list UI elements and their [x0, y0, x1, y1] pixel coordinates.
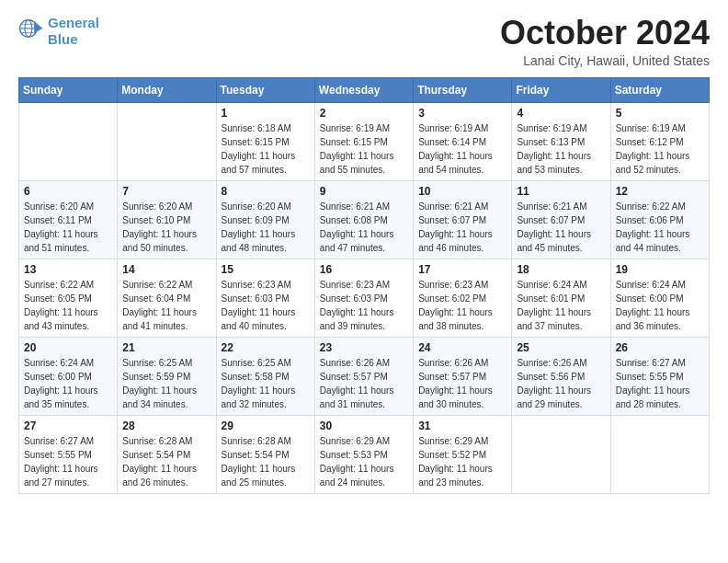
- day-number: 11: [517, 185, 605, 198]
- weekday-row: SundayMondayTuesdayWednesdayThursdayFrid…: [19, 77, 710, 102]
- day-number: 14: [122, 263, 210, 276]
- day-detail: Sunrise: 6:24 AMSunset: 6:00 PMDaylight:…: [616, 278, 704, 333]
- day-number: 23: [320, 341, 408, 354]
- day-detail: Sunrise: 6:27 AMSunset: 5:55 PMDaylight:…: [24, 434, 112, 489]
- calendar-cell: 30Sunrise: 6:29 AMSunset: 5:53 PMDayligh…: [314, 415, 413, 493]
- calendar-cell: 18Sunrise: 6:24 AMSunset: 6:01 PMDayligh…: [512, 259, 610, 337]
- logo-icon: [18, 18, 44, 44]
- day-number: 17: [418, 263, 506, 276]
- day-detail: Sunrise: 6:22 AMSunset: 6:06 PMDaylight:…: [616, 200, 704, 255]
- day-detail: Sunrise: 6:21 AMSunset: 6:07 PMDaylight:…: [418, 200, 506, 255]
- day-detail: Sunrise: 6:19 AMSunset: 6:15 PMDaylight:…: [320, 121, 408, 177]
- day-number: 29: [222, 419, 310, 432]
- day-number: 13: [24, 263, 112, 276]
- calendar-cell: 6Sunrise: 6:20 AMSunset: 6:11 PMDaylight…: [19, 180, 118, 259]
- weekday-header-sunday: Sunday: [19, 77, 118, 102]
- day-number: 28: [122, 419, 210, 432]
- calendar-cell: 28Sunrise: 6:28 AMSunset: 5:54 PMDayligh…: [118, 415, 216, 493]
- calendar-cell: 21Sunrise: 6:25 AMSunset: 5:59 PMDayligh…: [118, 337, 216, 415]
- calendar-cell: 23Sunrise: 6:26 AMSunset: 5:57 PMDayligh…: [314, 337, 413, 415]
- calendar-cell: 15Sunrise: 6:23 AMSunset: 6:03 PMDayligh…: [216, 259, 314, 337]
- page: General Blue October 2024 Lanai City, Ha…: [0, 0, 728, 563]
- location-subtitle: Lanai City, Hawaii, United States: [500, 53, 710, 68]
- calendar-cell: 26Sunrise: 6:27 AMSunset: 5:55 PMDayligh…: [610, 337, 709, 415]
- day-number: 1: [222, 107, 310, 120]
- day-detail: Sunrise: 6:22 AMSunset: 6:04 PMDaylight:…: [122, 278, 210, 333]
- day-detail: Sunrise: 6:19 AMSunset: 6:14 PMDaylight:…: [418, 121, 506, 177]
- day-number: 21: [122, 341, 210, 354]
- calendar-cell: 14Sunrise: 6:22 AMSunset: 6:04 PMDayligh…: [118, 259, 216, 337]
- calendar-cell: 2Sunrise: 6:19 AMSunset: 6:15 PMDaylight…: [314, 102, 413, 180]
- calendar-week-1: 1Sunrise: 6:18 AMSunset: 6:15 PMDaylight…: [19, 102, 710, 180]
- calendar-header: SundayMondayTuesdayWednesdayThursdayFrid…: [19, 77, 710, 102]
- day-detail: Sunrise: 6:23 AMSunset: 6:03 PMDaylight:…: [320, 278, 408, 333]
- day-number: 27: [24, 419, 112, 432]
- day-number: 12: [616, 185, 704, 198]
- calendar-cell: 24Sunrise: 6:26 AMSunset: 5:57 PMDayligh…: [414, 337, 512, 415]
- day-number: 8: [222, 185, 310, 198]
- calendar-cell: 10Sunrise: 6:21 AMSunset: 6:07 PMDayligh…: [414, 180, 512, 259]
- weekday-header-wednesday: Wednesday: [314, 77, 413, 102]
- day-detail: Sunrise: 6:26 AMSunset: 5:57 PMDaylight:…: [418, 356, 506, 411]
- logo-line2: Blue: [48, 31, 78, 47]
- day-number: 19: [616, 263, 704, 276]
- day-detail: Sunrise: 6:25 AMSunset: 5:58 PMDaylight:…: [222, 356, 310, 411]
- day-detail: Sunrise: 6:27 AMSunset: 5:55 PMDaylight:…: [616, 356, 704, 411]
- calendar-cell: 8Sunrise: 6:20 AMSunset: 6:09 PMDaylight…: [216, 180, 314, 259]
- day-detail: Sunrise: 6:29 AMSunset: 5:52 PMDaylight:…: [418, 434, 506, 489]
- day-number: 24: [418, 341, 506, 354]
- calendar-cell: 3Sunrise: 6:19 AMSunset: 6:14 PMDaylight…: [414, 102, 512, 180]
- day-detail: Sunrise: 6:18 AMSunset: 6:15 PMDaylight:…: [222, 121, 310, 177]
- calendar-week-3: 13Sunrise: 6:22 AMSunset: 6:05 PMDayligh…: [19, 259, 710, 337]
- logo-text: General Blue: [48, 15, 99, 48]
- calendar-cell: 11Sunrise: 6:21 AMSunset: 6:07 PMDayligh…: [512, 180, 610, 259]
- calendar-cell: 7Sunrise: 6:20 AMSunset: 6:10 PMDaylight…: [118, 180, 216, 259]
- day-detail: Sunrise: 6:24 AMSunset: 6:00 PMDaylight:…: [24, 356, 112, 411]
- day-detail: Sunrise: 6:24 AMSunset: 6:01 PMDaylight:…: [517, 278, 605, 333]
- day-detail: Sunrise: 6:20 AMSunset: 6:11 PMDaylight:…: [24, 200, 112, 255]
- day-number: 16: [320, 263, 408, 276]
- calendar-week-5: 27Sunrise: 6:27 AMSunset: 5:55 PMDayligh…: [19, 415, 710, 493]
- calendar-cell: 27Sunrise: 6:27 AMSunset: 5:55 PMDayligh…: [19, 415, 118, 493]
- day-number: 9: [320, 185, 408, 198]
- calendar-table: SundayMondayTuesdayWednesdayThursdayFrid…: [18, 77, 710, 494]
- day-detail: Sunrise: 6:28 AMSunset: 5:54 PMDaylight:…: [222, 434, 310, 489]
- day-number: 10: [418, 185, 506, 198]
- weekday-header-monday: Monday: [118, 77, 216, 102]
- calendar-cell: [19, 102, 118, 180]
- calendar-cell: 12Sunrise: 6:22 AMSunset: 6:06 PMDayligh…: [610, 180, 709, 259]
- calendar-cell: 9Sunrise: 6:21 AMSunset: 6:08 PMDaylight…: [314, 180, 413, 259]
- day-detail: Sunrise: 6:20 AMSunset: 6:10 PMDaylight:…: [122, 200, 210, 255]
- day-number: 26: [616, 341, 704, 354]
- day-number: 18: [517, 263, 605, 276]
- day-detail: Sunrise: 6:20 AMSunset: 6:09 PMDaylight:…: [222, 200, 310, 255]
- day-number: 2: [320, 107, 408, 120]
- day-detail: Sunrise: 6:29 AMSunset: 5:53 PMDaylight:…: [320, 434, 408, 489]
- calendar-cell: 16Sunrise: 6:23 AMSunset: 6:03 PMDayligh…: [314, 259, 413, 337]
- calendar-week-4: 20Sunrise: 6:24 AMSunset: 6:00 PMDayligh…: [19, 337, 710, 415]
- weekday-header-friday: Friday: [512, 77, 610, 102]
- calendar-week-2: 6Sunrise: 6:20 AMSunset: 6:11 PMDaylight…: [19, 180, 710, 259]
- calendar-cell: [512, 415, 610, 493]
- weekday-header-saturday: Saturday: [610, 77, 709, 102]
- logo-line1: General: [48, 15, 99, 30]
- day-number: 15: [222, 263, 310, 276]
- calendar-cell: 29Sunrise: 6:28 AMSunset: 5:54 PMDayligh…: [216, 415, 314, 493]
- day-number: 22: [222, 341, 310, 354]
- header: General Blue October 2024 Lanai City, Ha…: [18, 15, 710, 68]
- weekday-header-tuesday: Tuesday: [216, 77, 314, 102]
- calendar-cell: 19Sunrise: 6:24 AMSunset: 6:00 PMDayligh…: [610, 259, 709, 337]
- month-title: October 2024: [500, 15, 710, 52]
- calendar-cell: 31Sunrise: 6:29 AMSunset: 5:52 PMDayligh…: [414, 415, 512, 493]
- day-number: 6: [24, 185, 112, 198]
- calendar-cell: 25Sunrise: 6:26 AMSunset: 5:56 PMDayligh…: [512, 337, 610, 415]
- day-detail: Sunrise: 6:26 AMSunset: 5:57 PMDaylight:…: [320, 356, 408, 411]
- calendar-cell: 4Sunrise: 6:19 AMSunset: 6:13 PMDaylight…: [512, 102, 610, 180]
- calendar-cell: [610, 415, 709, 493]
- day-detail: Sunrise: 6:21 AMSunset: 6:08 PMDaylight:…: [320, 200, 408, 255]
- day-number: 3: [418, 107, 506, 120]
- day-detail: Sunrise: 6:25 AMSunset: 5:59 PMDaylight:…: [122, 356, 210, 411]
- day-detail: Sunrise: 6:23 AMSunset: 6:03 PMDaylight:…: [222, 278, 310, 333]
- calendar-cell: 13Sunrise: 6:22 AMSunset: 6:05 PMDayligh…: [19, 259, 118, 337]
- weekday-header-thursday: Thursday: [414, 77, 512, 102]
